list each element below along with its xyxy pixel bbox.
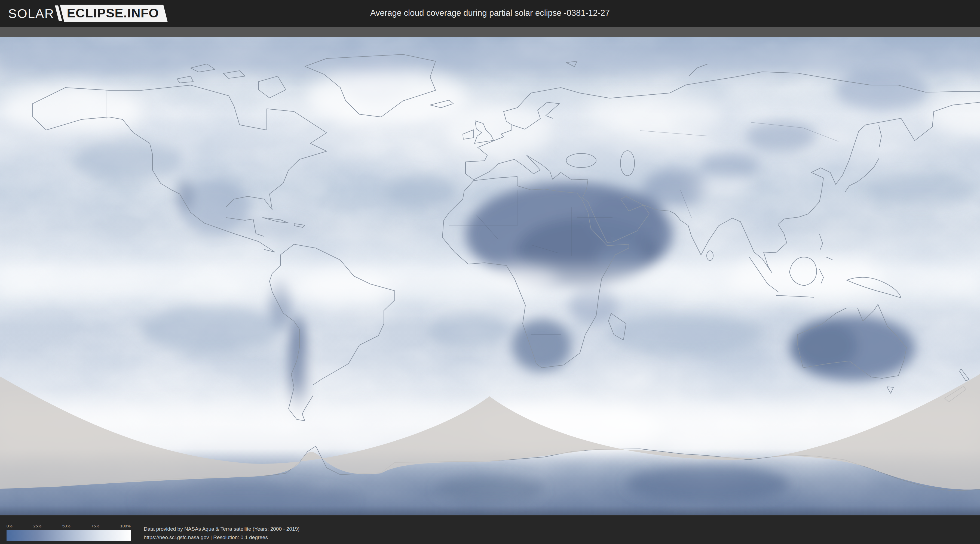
data-source-text: Data provided by NASAs Aqua & Terra sate…	[144, 525, 299, 542]
legend-tick: 75%	[91, 523, 99, 528]
legend-tick: 50%	[62, 523, 70, 528]
page-title: Average cloud coverage during partial so…	[0, 8, 980, 18]
cloud-coverage-legend: 0% 25% 50% 75% 100%	[6, 523, 130, 541]
data-source-line2: https://neo.sci.gsfc.nasa.gov | Resoluti…	[144, 533, 299, 542]
header-divider-strip	[0, 27, 980, 37]
world-cloud-map	[0, 0, 980, 515]
legend-tick: 25%	[33, 523, 41, 528]
map-bottom-fade	[0, 506, 980, 515]
legend-gradient-bar	[6, 530, 130, 541]
legend-tick: 0%	[6, 523, 13, 528]
footer-bar: 0% 25% 50% 75% 100% Data provided by NAS…	[0, 515, 980, 544]
cloud-coverage-map-image	[0, 0, 980, 515]
page: SOLAR ECLIPSE.INFO Average cloud coverag…	[0, 0, 980, 544]
legend-tick: 100%	[120, 523, 130, 528]
data-source-line1: Data provided by NASAs Aqua & Terra sate…	[144, 525, 299, 533]
legend-tick-labels: 0% 25% 50% 75% 100%	[6, 523, 130, 528]
